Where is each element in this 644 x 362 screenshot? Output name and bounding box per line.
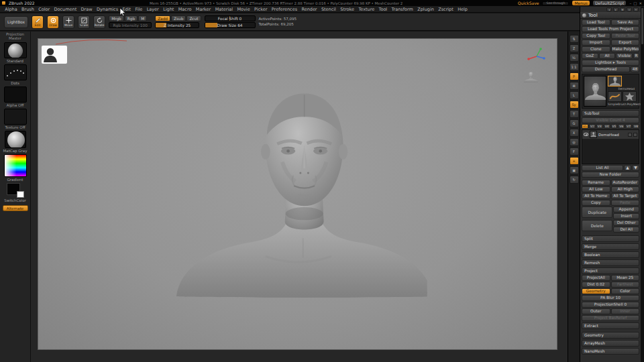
subtool-down-icon[interactable]: ▼: [632, 165, 639, 171]
close-icon[interactable]: ✕: [639, 1, 642, 5]
import-button[interactable]: Import: [582, 40, 610, 46]
goz-visible-button[interactable]: Visible: [616, 53, 633, 59]
current-brush-thumbnail[interactable]: [4, 42, 27, 58]
draw-button[interactable]: Draw: [47, 15, 59, 29]
vtab-6[interactable]: V6: [618, 124, 625, 129]
dist-slider[interactable]: Dist 0.02: [582, 282, 610, 288]
menu-marker[interactable]: Marker: [194, 7, 213, 12]
lsym-icon[interactable]: Sy: [570, 101, 579, 109]
outer-toggle[interactable]: Outer: [582, 308, 610, 314]
lightbox-button[interactable]: LightBox: [4, 16, 28, 28]
geometry-section-header[interactable]: Geometry: [582, 332, 639, 339]
delete-button[interactable]: Delete: [582, 220, 612, 231]
menu-layer[interactable]: Layer: [144, 7, 161, 12]
subtool-copy-button[interactable]: Copy: [582, 200, 610, 206]
projection-master-button[interactable]: Projection Master: [2, 33, 29, 40]
rename-button[interactable]: Rename: [582, 180, 610, 186]
menu-picker[interactable]: Picker: [252, 7, 270, 12]
menu-dynamics[interactable]: Dynamics: [95, 7, 120, 12]
move-button[interactable]: Move: [62, 15, 74, 29]
rotate-button[interactable]: Rotate: [93, 15, 105, 29]
secondary-color-swatch[interactable]: [17, 191, 24, 198]
project-geometry-toggle[interactable]: Geometry: [582, 288, 610, 294]
sculpt-document[interactable]: [38, 39, 557, 349]
menu-color[interactable]: Color: [36, 7, 52, 12]
scale-doc-icon[interactable]: ▣: [570, 166, 579, 174]
extract-section-header[interactable]: Extract: [582, 322, 639, 329]
z-intensity-slider[interactable]: Z Intensity 25: [155, 22, 199, 28]
project-section-header[interactable]: Project: [582, 267, 639, 274]
menu-draw[interactable]: Draw: [78, 7, 94, 12]
subtool-up-icon[interactable]: ▲: [624, 165, 631, 171]
farthest-button[interactable]: Farthest: [611, 282, 640, 288]
vtab-1[interactable]: V1: [582, 124, 588, 129]
zsub-button[interactable]: Zsub: [171, 15, 186, 21]
del-all-button[interactable]: Del All: [613, 227, 639, 233]
panel-scrollbar-thumb[interactable]: [641, 8, 643, 44]
boolean-section-header[interactable]: Boolean: [582, 251, 639, 258]
menu-help[interactable]: Help: [455, 7, 470, 12]
lightbox-tools-button[interactable]: Lightbox ▸ Tools: [582, 60, 639, 66]
vtab-3[interactable]: V3: [596, 124, 603, 129]
menu-alpha[interactable]: Alpha: [3, 7, 19, 12]
insert-button[interactable]: Insert: [613, 213, 639, 219]
del-other-button[interactable]: Del Other: [613, 220, 639, 226]
edit-button[interactable]: Edit: [32, 15, 44, 29]
all-high-button[interactable]: All High: [611, 186, 640, 192]
list-all-button[interactable]: List All: [582, 165, 623, 171]
menu-document[interactable]: Document: [52, 7, 78, 12]
tool-preview-thumbnail[interactable]: [523, 67, 538, 86]
export-button[interactable]: Export: [611, 40, 640, 46]
minimize-icon[interactable]: –: [629, 1, 631, 5]
menu-stencil[interactable]: Stencil: [319, 7, 338, 12]
nanomesh-section-header[interactable]: NanoMesh: [582, 348, 639, 355]
tool-item-demohead[interactable]: [608, 76, 622, 86]
solo-icon[interactable]: ◎: [570, 138, 579, 146]
all-low-button[interactable]: All Low: [582, 186, 610, 192]
panel-scrollbar[interactable]: [641, 7, 644, 362]
project-all-button[interactable]: ProjectAll: [582, 275, 610, 281]
dock-menu-icon[interactable]: ≡: [620, 7, 625, 11]
all-to-target-button[interactable]: All To Target: [611, 193, 640, 199]
project-color-toggle[interactable]: Color: [611, 288, 640, 294]
subtool-section-header[interactable]: SubTool: [582, 110, 639, 117]
make-polymesh3d-button[interactable]: Make PolyMesh3D: [611, 46, 640, 52]
remesh-section-header[interactable]: Remesh: [582, 259, 639, 266]
quicksave-button[interactable]: QuickSave: [518, 1, 539, 5]
arraymesh-section-header[interactable]: ArrayMesh: [582, 340, 639, 347]
subtool-list-item[interactable]: DemoHead: [582, 130, 639, 139]
current-stroke-thumbnail[interactable]: [4, 64, 27, 80]
zcut-button[interactable]: Zcut: [186, 15, 201, 21]
load-tools-from-project-button[interactable]: Load Tools From Project: [582, 26, 639, 32]
maximize-icon[interactable]: □: [633, 1, 637, 5]
current-tool-button[interactable]: DemoHead: [582, 66, 630, 72]
tool-item-polymesh3d[interactable]: [623, 91, 637, 102]
perspective-icon[interactable]: P: [570, 72, 579, 80]
menu-tool[interactable]: Tool: [376, 7, 389, 12]
dock-window-icon[interactable]: ▫: [627, 7, 632, 11]
switch-color-label[interactable]: SwitchColor: [4, 198, 26, 202]
goz-button[interactable]: GoZ: [582, 53, 598, 59]
move-doc-icon[interactable]: +: [570, 157, 579, 165]
copy-tool-button[interactable]: Copy Tool: [582, 33, 610, 39]
eye-icon[interactable]: [584, 133, 588, 136]
ghost-icon[interactable]: G: [570, 119, 579, 127]
save-as-button[interactable]: Save As: [611, 19, 640, 25]
append-button[interactable]: Append: [613, 206, 639, 213]
menu-movie[interactable]: Movie: [235, 7, 252, 12]
tool-item-simplebrush[interactable]: [608, 91, 622, 102]
rgb-intensity-slider[interactable]: Rgb Intensity 100: [109, 22, 152, 28]
vtab-8[interactable]: V8: [633, 124, 639, 129]
split-section-header[interactable]: Split: [582, 235, 639, 242]
menu-stroke[interactable]: Stroke: [338, 7, 356, 12]
goz-all-button[interactable]: All: [599, 53, 616, 59]
scale-button[interactable]: Scale: [78, 15, 90, 29]
vtab-7[interactable]: V7: [625, 124, 632, 129]
clone-button[interactable]: Clone: [582, 46, 610, 52]
local-symmetry-icon[interactable]: L: [570, 91, 579, 99]
menu-zscript[interactable]: Zscript: [436, 7, 455, 12]
menu-transform[interactable]: Transform: [389, 7, 415, 12]
default-zscript-button[interactable]: DefaultZScript: [593, 1, 626, 5]
project-basrelief-button[interactable]: Project BasRelief: [582, 315, 639, 321]
subtool-paint-icon[interactable]: [633, 133, 637, 137]
